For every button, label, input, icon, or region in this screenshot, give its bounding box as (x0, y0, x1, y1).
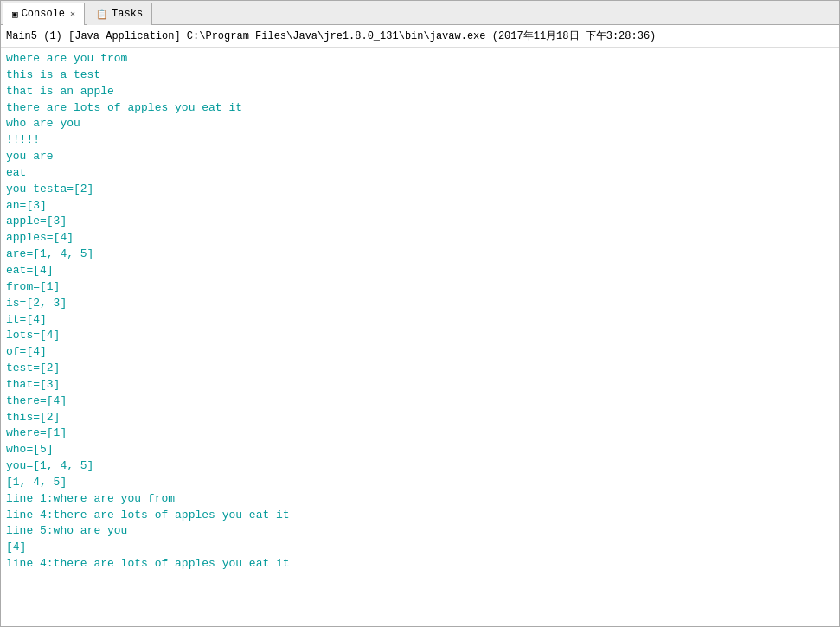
console-line: line 1:where are you from (6, 491, 834, 508)
console-line: an=[3] (6, 198, 834, 214)
console-line: this is a test (6, 67, 834, 84)
console-line: line 4:there are lots of apples you eat … (6, 556, 834, 573)
tab-console-close[interactable]: ✕ (70, 9, 75, 19)
console-line: line 5:who are you (6, 523, 834, 540)
tab-bar: ▣ Console ✕ 📋 Tasks (1, 1, 839, 25)
console-line: [4] (6, 540, 834, 556)
console-line: you=[1, 4, 5] (6, 458, 834, 475)
console-line: this=[2] (6, 410, 834, 426)
console-line: apples=[4] (6, 230, 834, 246)
console-line: apple=[3] (6, 214, 834, 230)
tab-tasks[interactable]: 📋 Tasks (87, 3, 152, 25)
console-line: who are you (6, 116, 834, 132)
console-output[interactable]: where are you fromthis is a testthat is … (1, 48, 839, 626)
console-line: there=[4] (6, 393, 834, 410)
console-line: !!!!! (6, 132, 834, 149)
tab-console-label: Console (22, 8, 65, 20)
console-line: test=[2] (6, 361, 834, 377)
console-line: is=[2, 3] (6, 296, 834, 312)
console-line: are=[1, 4, 5] (6, 246, 834, 263)
tab-tasks-label: Tasks (112, 8, 143, 20)
console-line: line 4:there are lots of apples you eat … (6, 508, 834, 524)
status-bar: Main5 (1) [Java Application] C:\Program … (1, 25, 839, 48)
status-text: Main5 (1) [Java Application] C:\Program … (6, 30, 656, 42)
eclipse-window: ▣ Console ✕ 📋 Tasks Main5 (1) [Java Appl… (0, 0, 840, 627)
console-line: you testa=[2] (6, 182, 834, 198)
console-line: there are lots of apples you eat it (6, 100, 834, 117)
console-line: eat=[4] (6, 263, 834, 279)
console-line: that is an apple (6, 84, 834, 100)
console-line: it=[4] (6, 312, 834, 329)
console-line: [1, 4, 5] (6, 475, 834, 491)
console-icon: ▣ (12, 9, 18, 20)
console-line: where are you from (6, 51, 834, 67)
console-line: who=[5] (6, 442, 834, 458)
tasks-icon: 📋 (96, 9, 108, 20)
console-line: where=[1] (6, 425, 834, 442)
console-line: from=[1] (6, 279, 834, 296)
console-line: of=[4] (6, 344, 834, 361)
console-line: eat (6, 165, 834, 182)
tab-console[interactable]: ▣ Console ✕ (3, 3, 85, 25)
console-line: that=[3] (6, 377, 834, 393)
console-line: you are (6, 149, 834, 165)
console-line: lots=[4] (6, 328, 834, 344)
